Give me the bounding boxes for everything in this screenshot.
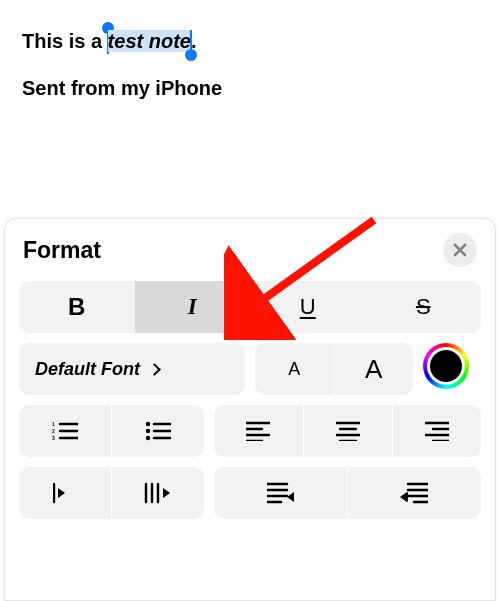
bold-icon: B (68, 293, 85, 321)
decrease-size-button[interactable]: A (255, 343, 334, 395)
list-group: 1 2 3 (19, 405, 204, 457)
font-picker-button[interactable]: Default Font (19, 343, 245, 395)
svg-marker-25 (58, 488, 65, 498)
first-line-left-button[interactable] (19, 467, 111, 519)
font-row: Default Font A A (19, 343, 481, 395)
small-a-icon: A (288, 359, 300, 380)
first-line-right-icon (143, 482, 173, 504)
selected-text[interactable]: test note (108, 30, 191, 52)
indent-group-a (19, 467, 204, 519)
font-picker-group: Default Font (19, 343, 245, 395)
strike-button[interactable]: S (366, 281, 482, 333)
close-icon (453, 243, 467, 257)
font-label: Default Font (19, 359, 175, 380)
outdent-button[interactable] (214, 467, 347, 519)
chevron-right-icon (148, 363, 161, 376)
bold-button[interactable]: B (19, 281, 135, 333)
svg-point-7 (146, 429, 150, 433)
first-line-left-icon (53, 482, 77, 504)
align-center-icon (336, 421, 360, 441)
svg-marker-29 (163, 488, 170, 498)
svg-marker-34 (287, 492, 294, 502)
indent-icon (400, 482, 428, 504)
italic-icon: I (188, 294, 197, 320)
numbered-list-icon: 1 2 3 (52, 420, 78, 442)
underline-button[interactable]: U (250, 281, 366, 333)
color-picker-button[interactable] (423, 343, 469, 389)
align-right-button[interactable] (392, 405, 481, 457)
first-line-right-button[interactable] (112, 467, 204, 519)
indent-button[interactable] (348, 467, 481, 519)
increase-size-button[interactable]: A (334, 343, 413, 395)
text-prefix: This is a (22, 30, 108, 52)
outdent-icon (267, 482, 295, 504)
bullet-list-button[interactable] (112, 405, 204, 457)
signature-text[interactable]: Sent from my iPhone (22, 77, 478, 100)
svg-text:3: 3 (52, 435, 55, 441)
indent-group-b (214, 467, 481, 519)
indent-row (19, 467, 481, 519)
strike-icon: S (416, 294, 431, 320)
align-left-icon (246, 421, 270, 441)
panel-header: Format (5, 219, 495, 281)
align-group (214, 405, 481, 457)
align-center-button[interactable] (303, 405, 392, 457)
text-line-1[interactable]: This is a test note . (22, 30, 478, 53)
svg-text:1: 1 (52, 421, 55, 427)
svg-point-6 (146, 422, 150, 426)
selection-handle-right[interactable] (185, 49, 197, 61)
color-ring-inner (427, 347, 465, 385)
panel-title: Format (23, 237, 101, 264)
size-group: A A (255, 343, 413, 395)
svg-text:2: 2 (52, 428, 55, 434)
svg-marker-40 (400, 492, 407, 502)
current-color-swatch (430, 350, 462, 382)
font-name: Default Font (35, 359, 140, 380)
close-button[interactable] (443, 233, 477, 267)
bullet-list-icon (145, 420, 171, 442)
big-a-icon: A (365, 354, 382, 385)
format-panel: Format B I U S Default Font (4, 218, 496, 601)
underline-icon: U (300, 294, 316, 320)
align-left-button[interactable] (214, 405, 303, 457)
style-row: B I U S (19, 281, 481, 333)
list-align-row: 1 2 3 (19, 405, 481, 457)
italic-button[interactable]: I (135, 281, 251, 333)
align-right-icon (425, 421, 449, 441)
editor-content[interactable]: This is a test note . Sent from my iPhon… (0, 0, 500, 130)
style-group: B I U S (19, 281, 481, 333)
svg-point-8 (146, 436, 150, 440)
text-selection[interactable]: test note (108, 30, 191, 53)
numbered-list-button[interactable]: 1 2 3 (19, 405, 111, 457)
